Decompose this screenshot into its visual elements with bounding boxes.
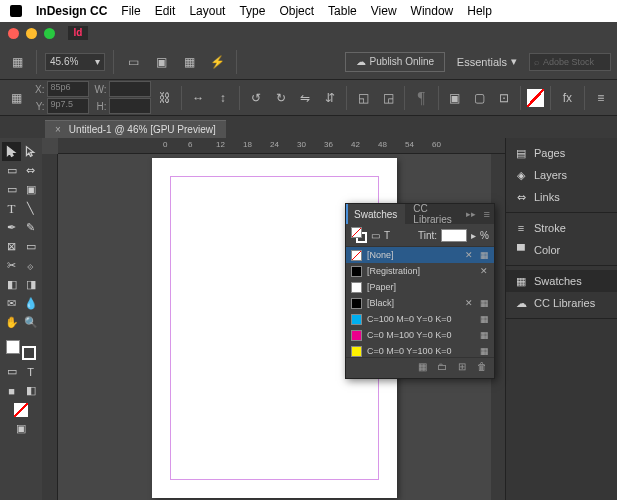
menu-object[interactable]: Object: [279, 4, 314, 18]
menu-edit[interactable]: Edit: [155, 4, 176, 18]
cclibraries-tab[interactable]: CC Libraries: [405, 204, 461, 224]
select-container-icon[interactable]: ◱: [353, 87, 374, 109]
center-content-icon[interactable]: ⊡: [494, 87, 515, 109]
swatches-tab[interactable]: Swatches: [346, 204, 405, 224]
x-field[interactable]: 85p6: [47, 81, 89, 97]
zoom-tool[interactable]: 🔍: [21, 313, 40, 332]
apply-gradient-icon[interactable]: ◧: [21, 381, 40, 400]
eyedropper-tool[interactable]: 💧: [21, 294, 40, 313]
zoom-level-select[interactable]: 45.6%▾: [45, 53, 105, 71]
bridge-icon[interactable]: ▦: [6, 51, 28, 73]
swatch-row[interactable]: [Paper]: [346, 279, 494, 295]
delete-swatch-icon[interactable]: 🗑: [475, 361, 489, 375]
panel-menu-icon[interactable]: ≡: [480, 208, 494, 220]
swatch-row[interactable]: C=0 M=0 Y=100 K=0▦: [346, 343, 494, 357]
arrange-docs-icon[interactable]: ▦: [178, 51, 200, 73]
gradient-feather-tool[interactable]: ◨: [21, 275, 40, 294]
hand-tool[interactable]: ✋: [2, 313, 21, 332]
text-format-icon[interactable]: T: [384, 230, 390, 241]
dock-color[interactable]: ▀Color: [506, 239, 617, 261]
rectangle-tool[interactable]: ▭: [21, 237, 40, 256]
content-collector-tool[interactable]: ▭: [2, 180, 21, 199]
scale-y-icon[interactable]: ↕: [213, 87, 234, 109]
dock-stroke[interactable]: ≡Stroke: [506, 217, 617, 239]
rotate-cw-icon[interactable]: ↻: [271, 87, 292, 109]
maximize-window-icon[interactable]: [44, 28, 55, 39]
rectangle-frame-tool[interactable]: ⊠: [2, 237, 21, 256]
apply-none-icon[interactable]: [2, 400, 40, 419]
menu-file[interactable]: File: [121, 4, 140, 18]
swatches-panel[interactable]: Swatches CC Libraries ▸▸ ≡ ▭ T Tint: ▸ %…: [345, 203, 495, 379]
w-field[interactable]: [109, 81, 151, 97]
paragraph-style-icon[interactable]: ¶: [411, 87, 432, 109]
dock-cclibraries[interactable]: ☁CC Libraries: [506, 292, 617, 314]
pen-tool[interactable]: ✒: [2, 218, 21, 237]
swatch-row[interactable]: [Registration]✕: [346, 263, 494, 279]
menu-window[interactable]: Window: [411, 4, 454, 18]
menu-layout[interactable]: Layout: [189, 4, 225, 18]
fill-stroke-toggle[interactable]: [2, 338, 40, 362]
horizontal-ruler[interactable]: 0 6 12 18 24 30 36 42 48 54 60: [58, 138, 505, 154]
panel-fill-stroke[interactable]: [351, 227, 367, 243]
note-tool[interactable]: ✉: [2, 294, 21, 313]
dock-links[interactable]: ⇔Links: [506, 186, 617, 208]
new-group-icon[interactable]: 🗀: [435, 361, 449, 375]
flip-h-icon[interactable]: ⇋: [295, 87, 316, 109]
reference-point-icon[interactable]: ▦: [6, 87, 27, 109]
direct-selection-tool[interactable]: [21, 142, 40, 161]
rotate-ccw-icon[interactable]: ↺: [246, 87, 267, 109]
selection-tool[interactable]: [2, 142, 21, 161]
type-tool[interactable]: T: [2, 199, 21, 218]
content-placer-tool[interactable]: ▣: [21, 180, 40, 199]
screen-mode-icon[interactable]: ▣: [150, 51, 172, 73]
new-swatch-icon[interactable]: ⊞: [455, 361, 469, 375]
swatch-view-icon[interactable]: ▦: [415, 361, 429, 375]
line-tool[interactable]: ╲: [21, 199, 40, 218]
gpu-perf-icon[interactable]: ⚡: [206, 51, 228, 73]
gap-tool[interactable]: ⇔: [21, 161, 40, 180]
effects-icon[interactable]: fx: [557, 87, 578, 109]
formatting-container-icon[interactable]: ▭: [2, 362, 21, 381]
publish-online-button[interactable]: ☁Publish Online: [345, 52, 445, 72]
minimize-window-icon[interactable]: [26, 28, 37, 39]
y-field[interactable]: 9p7.5: [47, 98, 89, 114]
page-tool[interactable]: ▭: [2, 161, 21, 180]
screen-mode-toggle[interactable]: ▣: [2, 419, 40, 438]
tint-field[interactable]: [441, 229, 467, 242]
swatch-row[interactable]: C=100 M=0 Y=0 K=0▦: [346, 311, 494, 327]
menu-help[interactable]: Help: [467, 4, 492, 18]
swatch-row[interactable]: [Black]✕▦: [346, 295, 494, 311]
collapse-panel-icon[interactable]: ▸▸: [462, 209, 480, 219]
app-name[interactable]: InDesign CC: [36, 4, 107, 18]
dock-pages[interactable]: ▤Pages: [506, 142, 617, 164]
close-window-icon[interactable]: [8, 28, 19, 39]
swatch-row[interactable]: C=0 M=100 Y=0 K=0▦: [346, 327, 494, 343]
scale-x-icon[interactable]: ↔: [188, 87, 209, 109]
free-transform-tool[interactable]: ⟐: [21, 256, 40, 275]
menu-view[interactable]: View: [371, 4, 397, 18]
h-field[interactable]: [109, 98, 151, 114]
vertical-ruler[interactable]: [42, 154, 58, 500]
flip-v-icon[interactable]: ⇵: [320, 87, 341, 109]
view-options-icon[interactable]: ▭: [122, 51, 144, 73]
scissors-tool[interactable]: ✂: [2, 256, 21, 275]
close-tab-icon[interactable]: ×: [55, 124, 61, 135]
gradient-swatch-tool[interactable]: ◧: [2, 275, 21, 294]
workspace-switcher[interactable]: Essentials▾: [451, 55, 523, 68]
menu-type[interactable]: Type: [239, 4, 265, 18]
menu-table[interactable]: Table: [328, 4, 357, 18]
fill-swatch[interactable]: [527, 89, 544, 107]
constrain-icon[interactable]: ⛓: [155, 87, 176, 109]
container-format-icon[interactable]: ▭: [371, 230, 380, 241]
swatch-row[interactable]: [None]✕▦: [346, 247, 494, 263]
apply-color-icon[interactable]: ■: [2, 381, 21, 400]
options-menu-icon[interactable]: ≡: [591, 87, 612, 109]
adobe-stock-search[interactable]: ⌕ Adobe Stock: [529, 53, 611, 71]
document-tab[interactable]: × Untitled-1 @ 46% [GPU Preview]: [45, 120, 226, 138]
formatting-text-icon[interactable]: T: [21, 362, 40, 381]
fit-content-icon[interactable]: ▣: [445, 87, 466, 109]
fit-frame-icon[interactable]: ▢: [469, 87, 490, 109]
select-content-icon[interactable]: ◲: [378, 87, 399, 109]
dock-swatches[interactable]: ▦Swatches: [506, 270, 617, 292]
pencil-tool[interactable]: ✎: [21, 218, 40, 237]
